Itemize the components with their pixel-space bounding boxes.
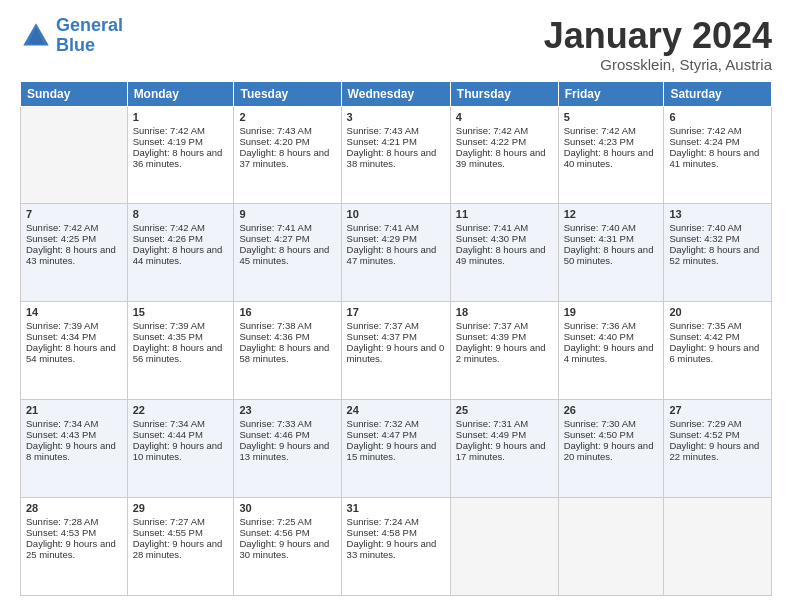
sunrise-text: Sunrise: 7:42 AM xyxy=(26,222,122,233)
calendar-cell: 29Sunrise: 7:27 AMSunset: 4:55 PMDayligh… xyxy=(127,498,234,596)
sunset-text: Sunset: 4:22 PM xyxy=(456,136,553,147)
daylight-text: Daylight: 9 hours and 8 minutes. xyxy=(26,440,122,462)
calendar-table: SundayMondayTuesdayWednesdayThursdayFrid… xyxy=(20,81,772,596)
daylight-text: Daylight: 9 hours and 2 minutes. xyxy=(456,342,553,364)
calendar-cell: 18Sunrise: 7:37 AMSunset: 4:39 PMDayligh… xyxy=(450,302,558,400)
daylight-text: Daylight: 9 hours and 4 minutes. xyxy=(564,342,659,364)
sunrise-text: Sunrise: 7:40 AM xyxy=(564,222,659,233)
sunrise-text: Sunrise: 7:36 AM xyxy=(564,320,659,331)
daylight-text: Daylight: 8 hours and 37 minutes. xyxy=(239,147,335,169)
day-number: 21 xyxy=(26,404,122,416)
calendar-cell: 3Sunrise: 7:43 AMSunset: 4:21 PMDaylight… xyxy=(341,106,450,204)
daylight-text: Daylight: 9 hours and 15 minutes. xyxy=(347,440,445,462)
daylight-text: Daylight: 8 hours and 39 minutes. xyxy=(456,147,553,169)
day-number: 3 xyxy=(347,111,445,123)
daylight-text: Daylight: 9 hours and 10 minutes. xyxy=(133,440,229,462)
sunrise-text: Sunrise: 7:41 AM xyxy=(456,222,553,233)
daylight-text: Daylight: 9 hours and 13 minutes. xyxy=(239,440,335,462)
calendar-week-row: 7Sunrise: 7:42 AMSunset: 4:25 PMDaylight… xyxy=(21,204,772,302)
sunset-text: Sunset: 4:23 PM xyxy=(564,136,659,147)
sunset-text: Sunset: 4:58 PM xyxy=(347,527,445,538)
weekday-header: Saturday xyxy=(664,81,772,106)
daylight-text: Daylight: 9 hours and 33 minutes. xyxy=(347,538,445,560)
calendar-cell: 11Sunrise: 7:41 AMSunset: 4:30 PMDayligh… xyxy=(450,204,558,302)
day-number: 24 xyxy=(347,404,445,416)
sunrise-text: Sunrise: 7:28 AM xyxy=(26,516,122,527)
daylight-text: Daylight: 9 hours and 6 minutes. xyxy=(669,342,766,364)
sunrise-text: Sunrise: 7:31 AM xyxy=(456,418,553,429)
page: General Blue January 2024 Grossklein, St… xyxy=(0,0,792,612)
sunrise-text: Sunrise: 7:24 AM xyxy=(347,516,445,527)
sunrise-text: Sunrise: 7:33 AM xyxy=(239,418,335,429)
weekday-header: Sunday xyxy=(21,81,128,106)
sunrise-text: Sunrise: 7:43 AM xyxy=(239,125,335,136)
day-number: 23 xyxy=(239,404,335,416)
calendar-week-row: 21Sunrise: 7:34 AMSunset: 4:43 PMDayligh… xyxy=(21,400,772,498)
calendar-cell: 2Sunrise: 7:43 AMSunset: 4:20 PMDaylight… xyxy=(234,106,341,204)
sunset-text: Sunset: 4:35 PM xyxy=(133,331,229,342)
weekday-header: Monday xyxy=(127,81,234,106)
sunrise-text: Sunrise: 7:25 AM xyxy=(239,516,335,527)
sunrise-text: Sunrise: 7:42 AM xyxy=(133,222,229,233)
calendar-header-row: SundayMondayTuesdayWednesdayThursdayFrid… xyxy=(21,81,772,106)
day-number: 14 xyxy=(26,306,122,318)
sunrise-text: Sunrise: 7:30 AM xyxy=(564,418,659,429)
sunset-text: Sunset: 4:43 PM xyxy=(26,429,122,440)
calendar-cell: 23Sunrise: 7:33 AMSunset: 4:46 PMDayligh… xyxy=(234,400,341,498)
day-number: 9 xyxy=(239,208,335,220)
calendar-cell: 7Sunrise: 7:42 AMSunset: 4:25 PMDaylight… xyxy=(21,204,128,302)
sunset-text: Sunset: 4:44 PM xyxy=(133,429,229,440)
sunset-text: Sunset: 4:36 PM xyxy=(239,331,335,342)
sunrise-text: Sunrise: 7:35 AM xyxy=(669,320,766,331)
calendar-cell xyxy=(450,498,558,596)
calendar-week-row: 28Sunrise: 7:28 AMSunset: 4:53 PMDayligh… xyxy=(21,498,772,596)
daylight-text: Daylight: 8 hours and 44 minutes. xyxy=(133,244,229,266)
sunset-text: Sunset: 4:53 PM xyxy=(26,527,122,538)
calendar-cell: 17Sunrise: 7:37 AMSunset: 4:37 PMDayligh… xyxy=(341,302,450,400)
calendar-cell xyxy=(664,498,772,596)
sunrise-text: Sunrise: 7:42 AM xyxy=(456,125,553,136)
logo-icon xyxy=(20,20,52,52)
sunset-text: Sunset: 4:42 PM xyxy=(669,331,766,342)
sunrise-text: Sunrise: 7:42 AM xyxy=(133,125,229,136)
sunset-text: Sunset: 4:24 PM xyxy=(669,136,766,147)
sunset-text: Sunset: 4:32 PM xyxy=(669,233,766,244)
sunrise-text: Sunrise: 7:41 AM xyxy=(347,222,445,233)
title-block: January 2024 Grossklein, Styria, Austria xyxy=(544,16,772,73)
daylight-text: Daylight: 8 hours and 43 minutes. xyxy=(26,244,122,266)
sunset-text: Sunset: 4:30 PM xyxy=(456,233,553,244)
calendar-cell: 12Sunrise: 7:40 AMSunset: 4:31 PMDayligh… xyxy=(558,204,664,302)
calendar-cell: 26Sunrise: 7:30 AMSunset: 4:50 PMDayligh… xyxy=(558,400,664,498)
sunset-text: Sunset: 4:50 PM xyxy=(564,429,659,440)
daylight-text: Daylight: 8 hours and 54 minutes. xyxy=(26,342,122,364)
day-number: 8 xyxy=(133,208,229,220)
daylight-text: Daylight: 8 hours and 41 minutes. xyxy=(669,147,766,169)
calendar-cell: 5Sunrise: 7:42 AMSunset: 4:23 PMDaylight… xyxy=(558,106,664,204)
calendar-cell: 27Sunrise: 7:29 AMSunset: 4:52 PMDayligh… xyxy=(664,400,772,498)
day-number: 28 xyxy=(26,502,122,514)
sunset-text: Sunset: 4:39 PM xyxy=(456,331,553,342)
day-number: 20 xyxy=(669,306,766,318)
daylight-text: Daylight: 8 hours and 38 minutes. xyxy=(347,147,445,169)
sunset-text: Sunset: 4:27 PM xyxy=(239,233,335,244)
sunrise-text: Sunrise: 7:29 AM xyxy=(669,418,766,429)
calendar-cell: 8Sunrise: 7:42 AMSunset: 4:26 PMDaylight… xyxy=(127,204,234,302)
sunset-text: Sunset: 4:40 PM xyxy=(564,331,659,342)
logo: General Blue xyxy=(20,16,123,56)
sunrise-text: Sunrise: 7:43 AM xyxy=(347,125,445,136)
sunrise-text: Sunrise: 7:39 AM xyxy=(133,320,229,331)
daylight-text: Daylight: 8 hours and 36 minutes. xyxy=(133,147,229,169)
daylight-text: Daylight: 9 hours and 0 minutes. xyxy=(347,342,445,364)
sunset-text: Sunset: 4:25 PM xyxy=(26,233,122,244)
calendar-week-row: 1Sunrise: 7:42 AMSunset: 4:19 PMDaylight… xyxy=(21,106,772,204)
day-number: 5 xyxy=(564,111,659,123)
day-number: 15 xyxy=(133,306,229,318)
calendar-cell: 21Sunrise: 7:34 AMSunset: 4:43 PMDayligh… xyxy=(21,400,128,498)
sunset-text: Sunset: 4:47 PM xyxy=(347,429,445,440)
weekday-header: Friday xyxy=(558,81,664,106)
month-title: January 2024 xyxy=(544,16,772,56)
daylight-text: Daylight: 9 hours and 22 minutes. xyxy=(669,440,766,462)
sunset-text: Sunset: 4:49 PM xyxy=(456,429,553,440)
calendar-cell: 24Sunrise: 7:32 AMSunset: 4:47 PMDayligh… xyxy=(341,400,450,498)
calendar-cell: 9Sunrise: 7:41 AMSunset: 4:27 PMDaylight… xyxy=(234,204,341,302)
